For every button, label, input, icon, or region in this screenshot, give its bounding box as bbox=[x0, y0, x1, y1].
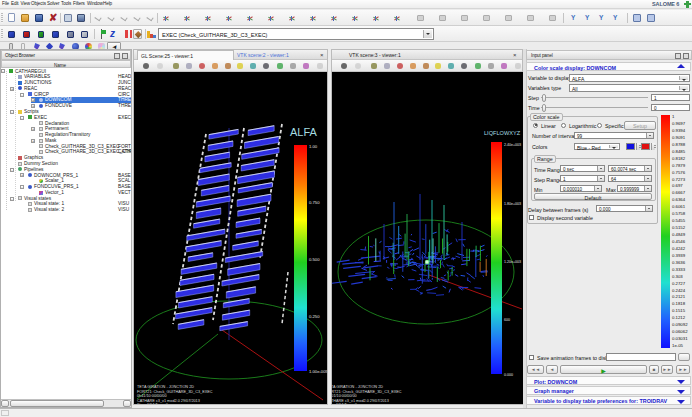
svg-text:0.250: 0.250 bbox=[309, 314, 320, 319]
svg-text:1.00: 1.00 bbox=[309, 144, 318, 149]
svg-text:1.00e-005: 1.00e-005 bbox=[309, 369, 327, 374]
svg-text:0.500: 0.500 bbox=[309, 257, 320, 262]
svg-text:1.20e+003: 1.20e+003 bbox=[504, 260, 521, 264]
svg-text:0.750: 0.750 bbox=[309, 200, 320, 205]
svg-text:2.40e+003: 2.40e+003 bbox=[504, 143, 521, 147]
svg-text:1.80e+003: 1.80e+003 bbox=[504, 202, 521, 206]
svg-text:600: 600 bbox=[504, 318, 510, 322]
svg-text:LIQFLOWXYZ: LIQFLOWXYZ bbox=[484, 130, 521, 136]
svg-text:0.000: 0.000 bbox=[504, 373, 513, 377]
svg-text:ALFA: ALFA bbox=[290, 126, 318, 138]
